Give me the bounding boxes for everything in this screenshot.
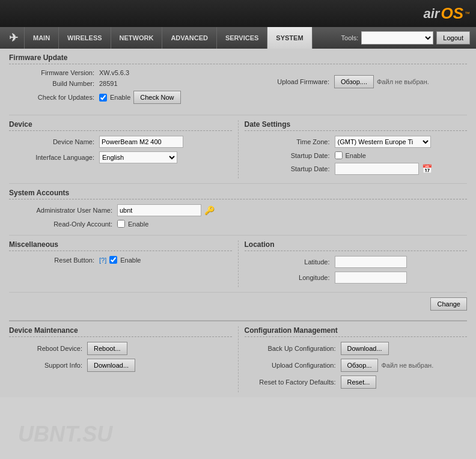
firmware-upload-row: Upload Firmware: Обзор.... Файл не выбра…	[244, 75, 429, 88]
maintenance-section: Device Maintenance Reboot Device: Reboot…	[9, 320, 467, 392]
accounts-section: System Accounts Administrator User Name:…	[9, 189, 467, 228]
nav-tab-wireless[interactable]: WIRELESS	[59, 27, 111, 49]
device-date-section: Device Device Name: Interface Language: …	[9, 120, 467, 178]
reboot-label: Reboot Device:	[9, 345, 87, 352]
firmware-build-label: Build Number:	[9, 80, 99, 87]
upload-config-label: Upload Configuration:	[245, 362, 341, 369]
firmware-enable-label: Enable	[110, 94, 130, 101]
config-title: Configuration Management	[245, 326, 468, 337]
factory-reset-row: Reset to Factory Defaults: Reset...	[245, 375, 468, 389]
logo-tm-text: ™	[465, 11, 470, 17]
nav-tab-home[interactable]: ✈	[3, 27, 25, 49]
device-name-label: Device Name:	[9, 138, 99, 145]
reset-enable-checkbox[interactable]	[109, 256, 117, 264]
reboot-button[interactable]: Reboot...	[87, 342, 127, 355]
date-section: Date Settings Time Zone: (GMT) Western E…	[238, 120, 468, 178]
backup-row: Back Up Configuration: Download...	[245, 342, 468, 355]
location-title: Location	[245, 240, 468, 251]
firmware-upload-value: Обзор.... Файл не выбран.	[334, 75, 429, 88]
date-title: Date Settings	[245, 120, 468, 131]
nav-tab-wireless-label: WIRELESS	[67, 34, 102, 41]
calendar-icon[interactable]: 📅	[422, 164, 432, 174]
factory-reset-button[interactable]: Reset...	[341, 375, 377, 389]
logo-air-text: air	[424, 6, 440, 22]
admin-input[interactable]	[117, 204, 201, 216]
misc-location-section: Miscellaneous Reset Button: [?] Enable L…	[9, 240, 467, 287]
nav-tab-advanced-label: ADVANCED	[171, 34, 208, 41]
backup-label: Back Up Configuration:	[245, 345, 341, 352]
device-maintenance-title: Device Maintenance	[9, 326, 232, 337]
device-lang-label: Interface Language:	[9, 154, 99, 161]
firmware-filename: Файл не выбран.	[377, 78, 429, 85]
nav-tab-services-label: SERVICES	[225, 34, 258, 41]
password-icon[interactable]: 🔑	[204, 205, 215, 215]
device-name-row: Device Name:	[9, 136, 232, 148]
startup-date-label2: Startup Date:	[245, 165, 335, 172]
startup-date-checkbox[interactable]	[335, 151, 343, 159]
backup-download-button[interactable]: Download...	[341, 342, 389, 355]
page-wrapper: air OS ™ ✈ MAIN WIRELESS NETWORK ADVANCE…	[0, 0, 476, 397]
reboot-row: Reboot Device: Reboot...	[9, 342, 232, 355]
nav-tab-main[interactable]: MAIN	[25, 27, 59, 49]
device-section: Device Device Name: Interface Language: …	[9, 120, 238, 178]
tools-select[interactable]	[361, 31, 433, 44]
reset-enable-label: Enable	[120, 257, 141, 264]
readonly-enable-label: Enable	[128, 220, 148, 228]
readonly-checkbox[interactable]	[117, 220, 125, 228]
divider-1	[9, 115, 467, 115]
firmware-build-row: Build Number: 28591	[9, 80, 232, 87]
logout-button[interactable]: Logout	[436, 31, 470, 44]
latitude-row: Latitude:	[245, 256, 468, 268]
upload-config-filename: Файл не выбран.	[381, 362, 433, 369]
nav-tab-advanced[interactable]: ADVANCED	[162, 27, 217, 49]
change-row: Change	[9, 292, 467, 315]
firmware-build-value: 28591	[99, 80, 118, 87]
accounts-title: System Accounts	[9, 189, 467, 199]
firmware-section: Firmware Update Firmware Version: XW.v5.…	[9, 53, 467, 108]
startup-date-input[interactable]	[335, 163, 419, 175]
support-download-button[interactable]: Download...	[87, 359, 135, 372]
divider-3	[9, 235, 467, 236]
change-button[interactable]: Change	[430, 297, 467, 311]
firmware-browse-button[interactable]: Обзор....	[334, 75, 374, 88]
support-row: Support Info: Download...	[9, 359, 232, 372]
nav-tab-system[interactable]: SYSTEM	[267, 27, 312, 49]
startup-date-row1: Startup Date: Enable	[245, 151, 468, 159]
nav-tab-network[interactable]: NETWORK	[111, 27, 163, 49]
longitude-row: Longitude:	[245, 272, 468, 284]
latitude-input[interactable]	[335, 256, 407, 268]
nav-tab-services[interactable]: SERVICES	[217, 27, 267, 49]
device-lang-row: Interface Language: English Russian Span…	[9, 151, 232, 163]
startup-date-value1: Enable	[335, 151, 366, 159]
longitude-label: Longitude:	[245, 274, 335, 281]
firmware-version-value: XW.v5.6.3	[99, 69, 129, 76]
reset-btn-row: Reset Button: [?] Enable	[9, 256, 232, 264]
firmware-title: Firmware Update	[9, 53, 467, 64]
header: air OS ™	[0, 0, 476, 27]
firmware-right: Upload Firmware: Обзор.... Файл не выбра…	[244, 69, 467, 108]
reset-btn-label: Reset Button:	[9, 257, 99, 264]
nav-bar: ✈ MAIN WIRELESS NETWORK ADVANCED SERVICE…	[0, 27, 476, 49]
firmware-upload-label: Upload Firmware:	[244, 78, 334, 85]
main-content: Firmware Update Firmware Version: XW.v5.…	[0, 49, 476, 397]
check-now-button[interactable]: Check Now	[133, 91, 180, 104]
readonly-row: Read-Only Account: Enable	[9, 220, 467, 228]
device-name-input[interactable]	[99, 136, 183, 148]
factory-reset-label: Reset to Factory Defaults:	[245, 378, 341, 386]
longitude-input[interactable]	[335, 272, 407, 284]
admin-row: Administrator User Name: 🔑	[9, 204, 467, 216]
firmware-enable-checkbox[interactable]	[99, 94, 107, 102]
upload-config-browse-button[interactable]: Обзор...	[341, 359, 379, 372]
timezone-row: Time Zone: (GMT) Western Europe Ti	[245, 136, 468, 148]
firmware-check-value: Enable Check Now	[99, 91, 181, 104]
upload-config-row: Upload Configuration: Обзор... Файл не в…	[245, 359, 468, 372]
admin-value: 🔑	[117, 204, 215, 216]
reset-help-link[interactable]: [?]	[99, 257, 106, 264]
device-lang-select[interactable]: English Russian Spanish	[99, 151, 177, 163]
firmware-version-label: Firmware Version:	[9, 69, 99, 76]
upload-config-value: Обзор... Файл не выбран.	[341, 359, 434, 372]
misc-section: Miscellaneous Reset Button: [?] Enable	[9, 240, 238, 287]
timezone-select[interactable]: (GMT) Western Europe Ti	[335, 136, 431, 148]
nav-tools: Tools: Logout	[341, 27, 476, 49]
location-section: Location Latitude: Longitude:	[238, 240, 468, 287]
